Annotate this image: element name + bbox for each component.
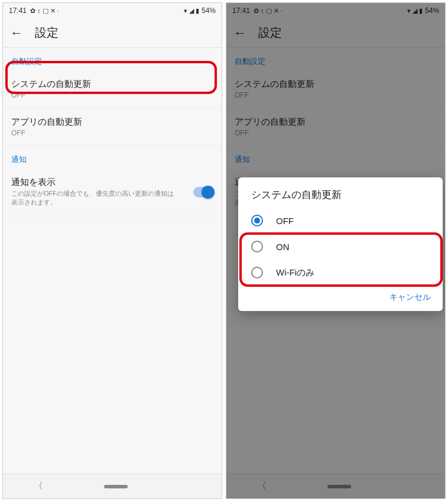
status-left-icons: ✿ ↕ ▢ ✕ · <box>30 7 59 15</box>
setting-app-auto-update[interactable]: アプリの自動更新 OFF <box>3 108 222 146</box>
radio-option-wifi-only[interactable]: Wi-Fiのみ <box>238 260 443 286</box>
dialog-system-auto-update: システムの自動更新 OFF ON Wi-Fiのみ キャンセル <box>238 177 443 311</box>
setting-desc: この設定がOFFの場合でも、優先度の高い更新の通知は表示されます。 <box>11 189 213 208</box>
setting-title: 通知を表示 <box>11 177 213 188</box>
back-icon[interactable]: ← <box>10 25 23 41</box>
nav-home-icon[interactable] <box>104 485 128 488</box>
title-bar: ← 設定 <box>3 18 222 48</box>
radio-label: ON <box>276 242 290 252</box>
radio-label: OFF <box>276 216 294 226</box>
setting-value: OFF <box>11 91 213 99</box>
radio-icon <box>251 215 263 226</box>
radio-option-on[interactable]: ON <box>238 234 443 260</box>
nav-recent-icon[interactable] <box>189 481 191 492</box>
radio-option-off[interactable]: OFF <box>238 208 443 234</box>
setting-show-notifications[interactable]: 通知を表示 この設定がOFFの場合でも、優先度の高い更新の通知は表示されます。 <box>3 169 222 216</box>
phone-left: 17:41 ✿ ↕ ▢ ✕ · ▾ ◢ ▮ 54% ← 設定 自動設定 システム… <box>2 2 222 499</box>
status-battery: 54% <box>202 7 216 15</box>
setting-title: システムの自動更新 <box>11 79 213 90</box>
radio-icon <box>251 241 263 252</box>
cancel-button[interactable]: キャンセル <box>389 292 431 302</box>
setting-title: アプリの自動更新 <box>11 116 213 128</box>
settings-content: 自動設定 システムの自動更新 OFF アプリの自動更新 OFF 通知 通知を表示… <box>3 48 222 474</box>
status-time: 17:41 <box>9 7 27 15</box>
radio-icon <box>251 267 263 278</box>
section-notify-header: 通知 <box>3 146 222 169</box>
nav-back-icon[interactable]: 〈 <box>34 480 43 493</box>
setting-system-auto-update[interactable]: システムの自動更新 OFF <box>3 70 222 108</box>
phone-right: 17:41 ✿ ↕ ▢ ✕ · ▾ ◢ ▮ 54% ← 設定 自動設定 システム… <box>226 2 446 499</box>
status-right-icons: ▾ ◢ ▮ <box>184 7 199 15</box>
status-bar: 17:41 ✿ ↕ ▢ ✕ · ▾ ◢ ▮ 54% <box>3 3 222 18</box>
setting-value: OFF <box>11 129 213 137</box>
radio-label: Wi-Fiのみ <box>276 267 314 278</box>
dialog-title: システムの自動更新 <box>238 188 443 208</box>
nav-bar: 〈 <box>3 474 222 498</box>
page-title: 設定 <box>35 25 59 41</box>
toggle-switch[interactable] <box>193 187 213 197</box>
section-auto-header: 自動設定 <box>3 48 222 70</box>
